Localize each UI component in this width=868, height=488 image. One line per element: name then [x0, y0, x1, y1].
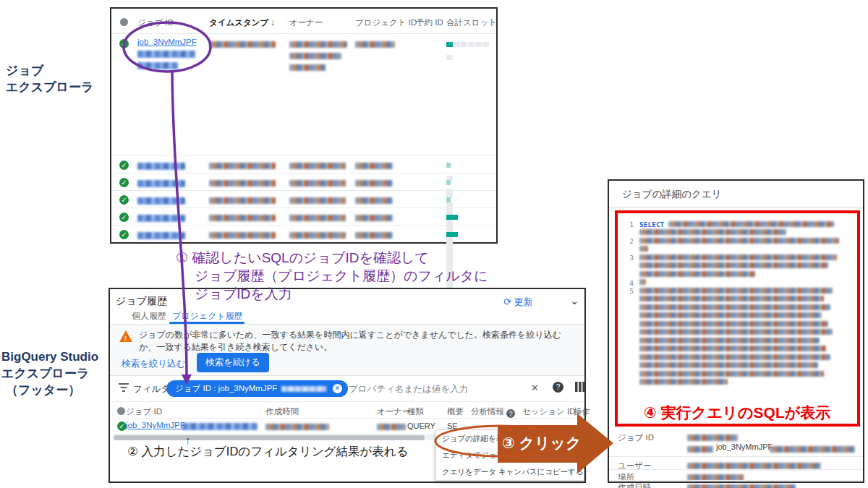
column-header-6[interactable]: 合計スロット — [446, 17, 497, 28]
sql-line: 4 — [622, 278, 855, 286]
column-settings-icon[interactable] — [575, 382, 585, 392]
job-id-link[interactable]: job_3NyMmJPF — [126, 421, 185, 429]
row-divider — [111, 155, 496, 156]
sql-line — [622, 361, 855, 369]
sql-line — [622, 302, 855, 311]
clear-filter-icon[interactable]: ✕ — [531, 382, 539, 393]
help-icon[interactable]: ? — [553, 381, 563, 393]
redacted-timestamp — [209, 197, 276, 204]
filter-input-placeholder[interactable]: プロパティ名または値を入力 — [349, 383, 468, 395]
filter-icon — [119, 382, 129, 393]
redacted-owner — [289, 64, 326, 71]
job-type-cell: QUERY — [407, 421, 435, 430]
job-id-filter-chip[interactable]: ジョブ ID : job_3NyMmJPF ✕ — [166, 380, 348, 397]
redacted-value — [687, 463, 821, 469]
chip-close-icon[interactable]: ✕ — [333, 384, 342, 393]
redacted-timestamp — [209, 163, 276, 169]
sql-line — [622, 311, 855, 320]
redacted-job-id[interactable] — [137, 232, 185, 239]
sql-highlight-box: 1SELECT 2345 ④ 実行クエリのSQLが表示 — [615, 210, 860, 427]
redacted-job-id[interactable] — [137, 197, 185, 205]
redacted-sql-text — [639, 321, 828, 327]
label-line: （フッター） — [1, 382, 98, 398]
redacted-timestamp — [209, 41, 276, 48]
field-label-location: 場所 — [618, 472, 634, 483]
tab-project-history[interactable]: プロジェクト履歴 — [172, 310, 243, 322]
column-header-5[interactable]: 予約 ID — [416, 17, 443, 28]
slot-used-segment — [446, 197, 451, 202]
column-header-2[interactable]: タイムスタンプ ↓ — [209, 17, 275, 28]
select-all-circle[interactable] — [120, 18, 128, 26]
filter-label: フィルタ — [133, 383, 170, 395]
refresh-button[interactable]: ⟳ 更新 — [503, 296, 533, 309]
warning-exclaim: ! — [124, 335, 127, 342]
column-header-2[interactable]: 作成時間 — [265, 406, 299, 417]
column-header-1[interactable]: ジョブ ID — [126, 406, 162, 417]
sql-line — [622, 344, 855, 353]
column-header-8[interactable]: 操作 — [574, 406, 590, 417]
redacted-project-id — [355, 163, 393, 169]
redacted-sql-text — [639, 362, 818, 368]
menu-item-3[interactable]: クエリをデータ キャンバスにコピーする — [436, 463, 584, 480]
sql-line — [622, 328, 855, 336]
column-header-7[interactable]: セッション ID — [522, 406, 576, 417]
redacted-owner — [289, 53, 341, 59]
redacted-owner — [289, 180, 346, 187]
slot-used-segment — [446, 42, 453, 47]
redacted-chip-text — [281, 386, 326, 392]
sql-line — [622, 261, 855, 270]
redacted-sql-text — [639, 379, 728, 385]
job-id-link[interactable]: job_3NyMmJPF — [137, 38, 197, 46]
redacted-job-id[interactable] — [137, 215, 185, 222]
redacted-job-id — [137, 62, 178, 69]
redacted-timestamp — [209, 180, 276, 187]
column-header-4[interactable]: 種類 — [407, 406, 424, 417]
column-header-6[interactable]: 分析情報? — [471, 406, 515, 418]
slot-free-segment — [468, 42, 475, 47]
sql-line — [622, 228, 855, 236]
redacted-sql-text — [668, 221, 834, 227]
label-bigquery-studio: BigQuery Studio エクスプローラ （フッター） — [1, 348, 98, 398]
chevron-down-icon[interactable]: ⌄ — [570, 294, 579, 307]
sql-code-block: 1SELECT 2345 — [622, 219, 855, 385]
redacted-value — [687, 435, 738, 441]
field-label-created: 作成日時 — [618, 482, 651, 488]
refresh-icon: ⟳ — [503, 296, 511, 307]
insights-help-icon[interactable]: ? — [506, 409, 515, 418]
redacted-sql-text — [639, 238, 839, 244]
scrollbar-thumb[interactable] — [114, 435, 425, 440]
screenshot-canvas: ジョブ エクスプローラ BigQuery Studio エクスプローラ （フッタ… — [0, 0, 868, 488]
sql-line — [622, 352, 855, 361]
redacted-sql-text — [639, 312, 822, 318]
column-header-5[interactable]: 概要 — [447, 406, 464, 417]
annotation-line: ジョブIDを入力 — [195, 285, 488, 303]
redacted-sql-text — [639, 354, 830, 360]
select-all-circle[interactable] — [117, 407, 125, 415]
label-job-explorer: ジョブ エクスプローラ — [6, 62, 93, 95]
redacted-job-id[interactable] — [137, 180, 185, 187]
sql-line — [622, 369, 855, 377]
column-header-1[interactable]: ジョブ ID — [137, 17, 174, 28]
check-icon: ✓ — [119, 39, 129, 48]
check-icon: ✓ — [119, 160, 129, 170]
redacted-timestamp — [209, 215, 276, 221]
slot-used-segment — [446, 180, 451, 185]
label-line: エクスプローラ — [6, 79, 93, 95]
annotation-step2: ② 入力したジョブIDのフィルタリング結果が表れる — [127, 444, 409, 460]
redacted-owner — [289, 232, 346, 239]
column-header-3[interactable]: オーナー — [289, 17, 323, 28]
redacted-sql-text — [639, 371, 824, 377]
continue-search-button[interactable]: 検索を続ける — [197, 353, 269, 372]
redacted-job-id[interactable] — [137, 163, 185, 170]
sql-line: 2 — [622, 236, 855, 244]
column-header-3[interactable]: オーナー — [377, 406, 411, 417]
refine-search-link[interactable]: 検索を絞り込む — [122, 358, 185, 370]
redacted-sql-text — [639, 338, 820, 343]
job-id-value-fragment: job_3NyMmJPF — [716, 442, 773, 451]
redacted-sql-text — [639, 229, 786, 235]
slot-used-segment — [446, 232, 458, 237]
column-header-4[interactable]: プロジェクト ID — [355, 17, 417, 28]
tab-personal-history[interactable]: 個人履歴 — [132, 310, 166, 322]
annotation-step1: ① 確認したいSQLのジョブIDを確認して ジョブ履歴（プロジェクト履歴）のフィ… — [176, 249, 488, 303]
redacted-timestamp — [209, 232, 276, 239]
